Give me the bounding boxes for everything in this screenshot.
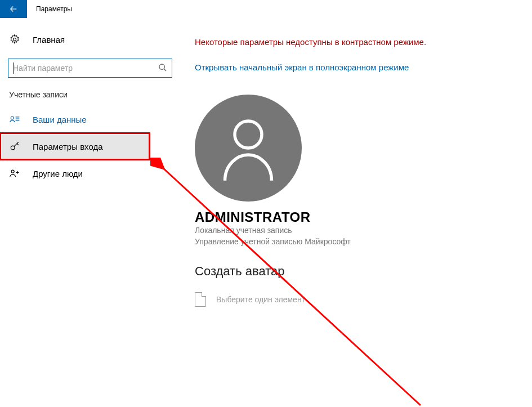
file-icon <box>195 292 206 307</box>
avatar-section: ADMINISTRATOR Локальная учетная запись У… <box>195 95 521 307</box>
svg-point-3 <box>11 146 15 150</box>
nav-label: Ваши данные <box>33 115 87 124</box>
text-cursor <box>14 62 14 74</box>
person-icon <box>217 114 279 182</box>
window-title: Параметры <box>27 5 72 13</box>
avatar-picker[interactable]: Выберите один элемент <box>195 292 521 307</box>
nav-item-other-users[interactable]: Другие люди <box>0 160 180 187</box>
sidebar: Главная Учетные записи Ваши данные <box>0 18 180 407</box>
fullscreen-link[interactable]: Открывать начальный экран в полноэкранно… <box>195 62 409 72</box>
titlebar: Параметры <box>0 0 532 18</box>
main-content: Некоторые параметры недоступны в контрас… <box>180 18 532 407</box>
account-type: Локальная учетная запись <box>195 225 521 236</box>
contrast-warning: Некоторые параметры недоступны в контрас… <box>195 37 521 47</box>
search-input[interactable] <box>13 59 158 77</box>
nav-item-your-info[interactable]: Ваши данные <box>0 106 180 133</box>
svg-point-4 <box>11 170 14 173</box>
search-box[interactable] <box>8 59 172 78</box>
people-plus-icon <box>9 168 23 178</box>
nav-item-sign-in-options[interactable]: Параметры входа <box>0 133 150 160</box>
svg-point-5 <box>235 121 262 148</box>
category-label: Учетные записи <box>0 78 180 106</box>
svg-point-2 <box>11 117 14 119</box>
back-button[interactable] <box>0 0 27 18</box>
gear-icon <box>9 34 23 45</box>
create-avatar-heading: Создать аватар <box>195 264 521 279</box>
home-button[interactable]: Главная <box>0 28 180 51</box>
key-icon <box>9 141 23 152</box>
svg-point-1 <box>159 64 164 69</box>
person-card-icon <box>9 114 23 124</box>
home-label: Главная <box>33 35 65 44</box>
nav-label: Другие люди <box>33 169 83 178</box>
picker-hint: Выберите один элемент <box>216 295 305 304</box>
svg-point-0 <box>14 38 16 41</box>
username: ADMINISTRATOR <box>195 209 521 225</box>
ms-account-link[interactable]: Управление учетной записью Майкрософт <box>195 236 521 248</box>
avatar-placeholder <box>195 95 302 202</box>
arrow-left-icon <box>8 4 19 14</box>
nav-label: Параметры входа <box>33 142 103 151</box>
search-icon <box>158 63 167 74</box>
